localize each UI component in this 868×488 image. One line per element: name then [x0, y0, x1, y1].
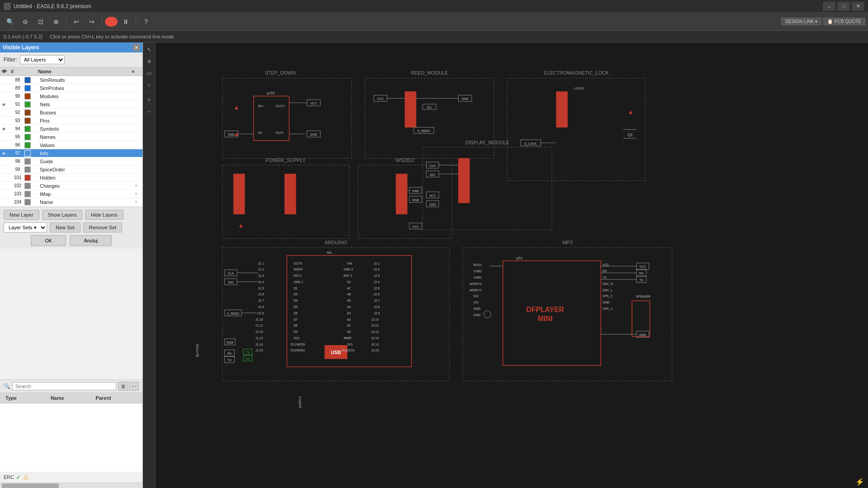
rect-tool[interactable]: ▭	[144, 68, 155, 79]
layer-remove-icon[interactable]: ×	[132, 199, 141, 204]
search-icons: ☰ ⋯	[118, 382, 139, 391]
pcb-icon: 📋	[827, 19, 833, 24]
layers-dialog-close[interactable]: ✕	[133, 44, 140, 51]
layer-row[interactable]: 101Hidden	[0, 174, 142, 182]
btn-row-1: New Layer Show Layers Hide Layers	[4, 210, 139, 220]
app-icon	[4, 3, 11, 10]
layer-row[interactable]: 88SimResults	[0, 76, 142, 84]
new-set-button[interactable]: New Set	[50, 223, 81, 232]
status-bar: 0.1 inch (-5.7 5.2) Click or press Ctrl+…	[0, 31, 868, 43]
tool-separator	[145, 92, 154, 93]
schematic-svg: STEP_DOWN ▲ ▲ IN+ IN- OUT+ OUT- VCC GND	[156, 43, 868, 488]
svg-text:IO2: IO2	[474, 294, 479, 298]
svg-text:RX: RX	[602, 270, 607, 273]
layer-row[interactable]: 92Busses	[0, 109, 142, 117]
toolbar-separator-1	[66, 16, 66, 27]
layer-row[interactable]: 104Name×	[0, 198, 142, 206]
svg-rect-36	[556, 92, 568, 128]
layer-row[interactable]: 99SpiceOrder	[0, 166, 142, 174]
select-tool[interactable]: ↖	[144, 44, 155, 55]
svg-text:J2.5: J2.5	[374, 287, 379, 290]
svg-text:POWER_SUPPLY: POWER_SUPPLY	[266, 157, 306, 163]
layer-visibility-icon[interactable]: 👁	[2, 126, 11, 132]
layer-color-swatch	[24, 142, 31, 148]
layer-row[interactable]: 102Changes×	[0, 182, 142, 190]
add-tool[interactable]: +	[144, 95, 155, 105]
svg-text:J1.9: J1.9	[258, 312, 264, 315]
layer-number: 102	[11, 183, 24, 188]
design-link-button[interactable]: DESIGN LINK ▾	[781, 18, 821, 25]
svg-text:J2.10: J2.10	[371, 318, 379, 321]
pcb-quote-button[interactable]: 📋 PCB QUOTE	[823, 18, 865, 25]
svg-text:▲: ▲	[627, 109, 634, 115]
stop-button[interactable]	[105, 17, 118, 27]
hide-layers-button[interactable]: Hide Layers	[85, 210, 123, 220]
svg-text:J2.6: J2.6	[374, 293, 379, 296]
layer-number: 97	[11, 151, 24, 156]
zoom-area-button[interactable]: ⊕	[49, 15, 63, 28]
minimize-button[interactable]: –	[823, 2, 835, 11]
minus-tool[interactable]: −	[144, 106, 155, 117]
layer-number: 88	[11, 77, 24, 82]
svg-text:SPEAKER: SPEAKER	[636, 295, 651, 298]
search-input[interactable]	[12, 382, 116, 390]
layer-visibility-icon[interactable]: 👁	[2, 102, 11, 107]
layer-sets-select[interactable]: Layer Sets ▾	[4, 223, 47, 232]
redo-button[interactable]: ↪	[85, 15, 99, 28]
layer-row[interactable]: 98Guide	[0, 157, 142, 166]
svg-text:GND: GND	[310, 133, 317, 136]
svg-text:CLK: CLK	[430, 164, 436, 167]
layer-row[interactable]: 90Modules	[0, 92, 142, 100]
filter-select[interactable]: All Layers Used Layers Visible Layers	[20, 55, 65, 64]
new-layer-button[interactable]: New Layer	[4, 210, 39, 220]
svg-text:S_REED: S_REED	[227, 312, 240, 316]
show-layers-button[interactable]: Show Layers	[42, 210, 83, 220]
cross-tool[interactable]: ✛	[144, 56, 155, 67]
props-content	[0, 403, 142, 472]
layer-row[interactable]: 👁91Nets	[0, 100, 142, 109]
search-more-button[interactable]: ⋯	[129, 382, 139, 391]
maximize-button[interactable]: □	[837, 2, 850, 11]
svg-text:A2: A2	[347, 318, 351, 321]
layer-number: 96	[11, 142, 24, 147]
help-button[interactable]: ?	[139, 15, 153, 28]
svg-text:VCC: VCC	[640, 265, 646, 268]
layer-row[interactable]: 95Names	[0, 133, 142, 141]
zoom-fit-button[interactable]: ⊡	[33, 15, 48, 28]
layer-color-swatch	[24, 77, 31, 83]
h-scrollbar[interactable]	[0, 483, 142, 488]
layer-visibility-icon[interactable]: 👁	[2, 151, 11, 156]
layer-row[interactable]: 103tMap×	[0, 190, 142, 198]
svg-text:RX: RX	[228, 352, 232, 355]
search-options-button[interactable]: ☰	[118, 382, 128, 391]
zoom-out-button[interactable]: ⊖	[18, 15, 33, 28]
close-button[interactable]: ✕	[852, 2, 864, 11]
svg-text:A1: A1	[347, 324, 351, 327]
ok-button[interactable]: OK	[31, 235, 66, 246]
svg-text:µS1: µS1	[516, 256, 522, 260]
svg-text:RX: RX	[639, 272, 644, 275]
zoom-in-button[interactable]: 🔍	[3, 15, 17, 28]
undo-button[interactable]: ↩	[69, 15, 84, 28]
svg-text:S_REED: S_REED	[417, 129, 430, 133]
layer-row[interactable]: 89SimProbes	[0, 84, 142, 92]
pause-button[interactable]: ⏸	[119, 15, 133, 28]
circle-tool[interactable]: ○	[144, 80, 155, 90]
layers-dialog-titlebar: Visible Layers ✕	[0, 43, 142, 52]
svg-text:DISPLAY_MODULE: DISPLAY_MODULE	[465, 140, 509, 145]
svg-text:BUSY: BUSY	[474, 263, 482, 266]
layer-row[interactable]: 96Values	[0, 141, 142, 149]
remove-set-button[interactable]: Remove Set	[83, 223, 123, 232]
title-bar-controls[interactable]: – □ ✕	[823, 2, 864, 11]
svg-text:J1.12: J1.12	[256, 330, 263, 333]
layer-row[interactable]: 👁94Symbols	[0, 125, 142, 133]
svg-text:OUT-: OUT-	[276, 131, 285, 135]
schematic-canvas[interactable]: STEP_DOWN ▲ ▲ IN+ IN- OUT+ OUT- VCC GND	[156, 43, 868, 488]
svg-text:▲: ▲	[233, 104, 240, 111]
layer-color-swatch	[24, 166, 31, 173]
layer-remove-icon[interactable]: ×	[132, 191, 141, 196]
layer-row[interactable]: 👁97Info	[0, 149, 142, 157]
cancel-button[interactable]: Anuluj	[70, 235, 112, 246]
layer-row[interactable]: 93Pins	[0, 117, 142, 125]
layer-remove-icon[interactable]: ×	[132, 183, 141, 188]
